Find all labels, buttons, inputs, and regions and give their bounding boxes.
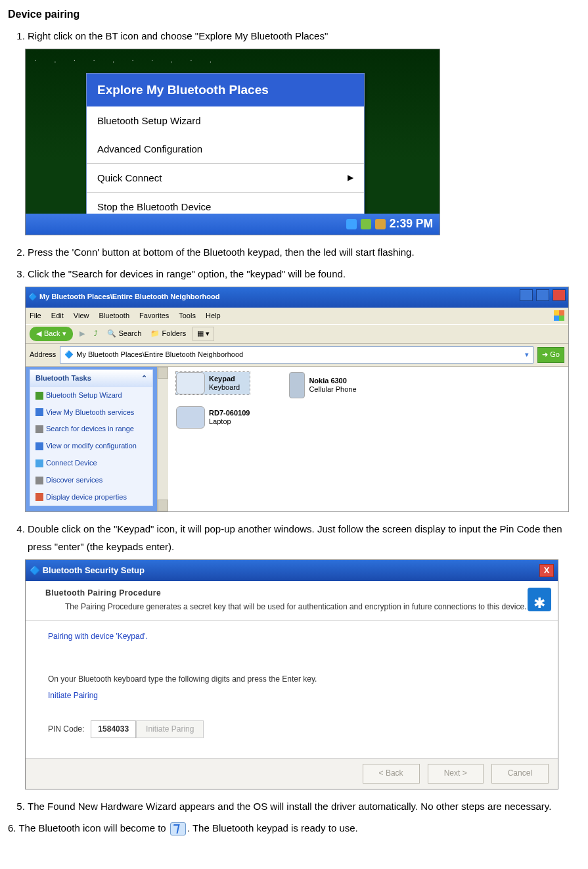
views-button[interactable]: ▦ ▾	[192, 327, 214, 341]
toolbar: ◀ Back ▾ ▶ ⤴ 🔍 Search 📁 Folders ▦ ▾	[26, 324, 568, 344]
windows-flag-icon	[554, 310, 564, 321]
bluetooth-badge-icon	[528, 588, 551, 611]
keyboard-icon	[176, 372, 205, 394]
menu-setup-wizard[interactable]: Bluetooth Setup Wizard	[87, 106, 364, 135]
dialog-titlebar: 🔷 Bluetooth Security Setup X	[26, 560, 558, 580]
screenshot-1: Explore My Bluetooth Places Bluetooth Se…	[25, 49, 440, 235]
menu-help[interactable]: Help	[206, 312, 221, 319]
maximize-button[interactable]	[536, 289, 549, 301]
taskbar-clock: 2:39 PM	[390, 214, 433, 235]
dialog-header: Bluetooth Pairing Procedure The Pairing …	[26, 581, 558, 621]
instruction-text: On your Bluetooth keyboard type the foll…	[48, 672, 545, 687]
tray-icon[interactable]	[361, 219, 371, 229]
screenshot-2: 🔷 My Bluetooth Places\Entire Bluetooth N…	[25, 287, 569, 513]
menu-quick-connect[interactable]: Quick Connect▶	[87, 164, 364, 192]
step-6-text-b: . The Bluetooth keypad is ready to use.	[187, 822, 358, 834]
address-bar: Address 🔷My Bluetooth Places\Entire Blue…	[26, 344, 568, 367]
dialog-footer: < Back Next > Cancel	[26, 759, 558, 789]
initiate-pairing-label: Initiate Pairing	[48, 689, 545, 703]
bt-places-icon: 🔷	[28, 293, 37, 300]
side-scrollbar[interactable]	[157, 367, 168, 511]
cancel-button[interactable]: Cancel	[491, 764, 549, 784]
side-panel: Bluetooth Tasks⌃ Bluetooth Setup Wizard …	[26, 367, 157, 511]
folders-button[interactable]: 📁 Folders	[148, 327, 189, 341]
dialog-body: Pairing with device 'Keypad'. On your Bl…	[26, 621, 558, 759]
menu-favorites[interactable]: Favorites	[139, 312, 169, 319]
pin-code-field[interactable]: 1584033	[91, 720, 136, 739]
window-titlebar: 🔷 My Bluetooth Places\Entire Bluetooth N…	[26, 287, 568, 308]
bluetooth-connected-icon	[170, 822, 186, 835]
address-field[interactable]: 🔷My Bluetooth Places\Entire Bluetooth Ne…	[60, 346, 533, 364]
pairing-with-label: Pairing with device 'Keypad'.	[48, 630, 545, 644]
initiate-pairing-button[interactable]: Initiate Paring	[136, 720, 204, 739]
step-5: The Found New Hardware Wizard appears an…	[28, 797, 580, 815]
task-setup-wizard[interactable]: Bluetooth Setup Wizard	[30, 387, 152, 404]
go-button[interactable]: ➜ Go	[537, 347, 564, 363]
menu-bluetooth[interactable]: Bluetooth	[99, 312, 129, 319]
menu-explore[interactable]: Explore My Bluetooth Places	[87, 74, 364, 106]
step-3: Click the "Search for devices in range" …	[28, 265, 580, 513]
step-1: Right click on the BT icon and choose "E…	[28, 27, 580, 235]
device-list: KeypadKeyboard RD7-060109Laptop Nokia 63…	[168, 367, 568, 511]
back-button[interactable]: < Back	[363, 764, 420, 784]
laptop-icon	[176, 406, 205, 429]
collapse-icon[interactable]: ⌃	[141, 372, 147, 385]
task-discover-services[interactable]: Discover services	[30, 472, 152, 489]
close-button[interactable]	[553, 289, 566, 301]
page-title: Device pairing	[8, 5, 580, 24]
forward-button[interactable]: ▶	[77, 327, 87, 341]
menu-file[interactable]: File	[30, 312, 41, 319]
header-desc: The Pairing Procedure generates a secret…	[45, 600, 550, 615]
step-4: Double click on the "Keypad" icon, it wi…	[28, 520, 580, 789]
submenu-arrow-icon: ▶	[348, 171, 353, 185]
step-2: Press the 'Conn' button at bottom of the…	[28, 243, 580, 261]
next-button[interactable]: Next >	[428, 764, 484, 784]
device-keypad[interactable]: KeypadKeyboard	[176, 372, 250, 394]
menu-advanced-config[interactable]: Advanced Configuration	[87, 135, 364, 163]
minimize-button[interactable]	[520, 289, 533, 301]
up-button[interactable]: ⤴	[91, 327, 101, 341]
tray-icon[interactable]	[375, 219, 386, 229]
phone-icon	[289, 372, 305, 398]
device-phone[interactable]: Nokia 6300Cellular Phone	[289, 372, 356, 398]
menu-view[interactable]: View	[74, 312, 89, 319]
task-connect-device[interactable]: Connect Device	[30, 455, 152, 472]
task-modify-config[interactable]: View or modify configuration	[30, 438, 152, 455]
side-panel-header[interactable]: Bluetooth Tasks⌃	[30, 370, 152, 387]
task-search-devices[interactable]: Search for devices in range	[30, 421, 152, 438]
task-view-services[interactable]: View My Bluetooth services	[30, 404, 152, 421]
taskbar: 2:39 PM	[26, 214, 440, 235]
device-laptop[interactable]: RD7-060109Laptop	[176, 406, 250, 429]
bt-icon: 🔷	[30, 565, 40, 575]
step-6-text-a: 6. The Bluetooth icon will become to	[8, 822, 169, 834]
address-label: Address	[30, 348, 56, 362]
step-3-text: Click the "Search for devices in range" …	[28, 268, 346, 279]
pin-code-label: PIN Code:	[48, 722, 84, 737]
back-button[interactable]: ◀ Back ▾	[30, 327, 73, 341]
screenshot-3: 🔷 Bluetooth Security Setup X Bluetooth P…	[25, 559, 558, 789]
step-6: 6. The Bluetooth icon will become to . T…	[8, 819, 580, 837]
step-4-text: Double click on the "Keypad" icon, it wi…	[28, 523, 562, 552]
step-1-text: Right click on the BT icon and choose "E…	[28, 30, 328, 41]
close-button[interactable]: X	[539, 564, 554, 577]
tray-bluetooth-icon[interactable]	[346, 219, 357, 229]
menu-edit[interactable]: Edit	[51, 312, 64, 319]
menu-bar: File Edit View Bluetooth Favorites Tools…	[26, 308, 568, 325]
bt-context-menu: Explore My Bluetooth Places Bluetooth Se…	[86, 73, 365, 222]
menu-tools[interactable]: Tools	[179, 312, 196, 319]
search-button[interactable]: 🔍 Search	[104, 327, 144, 341]
task-device-properties[interactable]: Display device properties	[30, 489, 152, 506]
header-title: Bluetooth Pairing Procedure	[45, 586, 550, 601]
